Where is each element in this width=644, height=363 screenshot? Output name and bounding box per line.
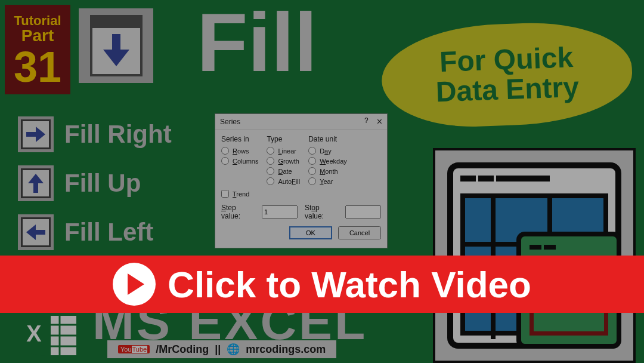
day-radio[interactable]: Day — [308, 147, 347, 155]
step-value-input[interactable] — [262, 205, 298, 219]
svg-text:X: X — [26, 321, 42, 346]
fill-up-option: Fill Up — [18, 165, 172, 201]
tutorial-badge: Tutorial Part 31 — [5, 5, 70, 94]
close-button[interactable]: × — [377, 116, 382, 127]
fill-right-label: Fill Right — [64, 120, 172, 149]
help-button[interactable]: ? — [364, 116, 369, 127]
trend-checkbox[interactable]: Trend — [221, 190, 381, 198]
fill-options-list: Fill Right Fill Up Fill Left — [18, 116, 172, 250]
type-group: Type Linear Growth Date AutoFill — [267, 135, 300, 185]
rows-radio[interactable]: Rows — [221, 147, 258, 155]
arrow-right-icon — [26, 127, 45, 142]
fill-right-option: Fill Right — [18, 116, 172, 152]
columns-radio[interactable]: Columns — [221, 157, 258, 165]
page-title: Fill — [197, 0, 317, 91]
fill-left-option: Fill Left — [18, 214, 172, 250]
year-radio[interactable]: Year — [308, 177, 347, 185]
fill-up-icon — [18, 165, 54, 201]
website: mrcodings.com — [246, 343, 326, 356]
subtitle-blob: For Quick Data Entry — [380, 20, 634, 130]
growth-radio[interactable]: Growth — [267, 157, 300, 165]
series-dialog: Series ? × Series in Rows Columns Type L… — [215, 113, 388, 248]
weekday-radio[interactable]: Weekday — [308, 157, 347, 165]
watch-video-banner[interactable]: Click to Watch Video — [0, 256, 644, 313]
youtube-icon: YouTube — [118, 345, 150, 353]
dialog-title: Series — [220, 118, 240, 126]
arrow-down-icon — [103, 34, 129, 66]
stop-value-input[interactable] — [345, 205, 381, 219]
fill-right-icon — [18, 116, 54, 152]
fill-icon — [79, 8, 153, 83]
series-in-group: Series in Rows Columns — [221, 135, 258, 185]
credits-bar: YouTube /MrCoding || 🌐 mrcodings.com — [107, 340, 336, 358]
badge-number: 31 — [14, 49, 61, 85]
linear-radio[interactable]: Linear — [267, 147, 300, 155]
fill-left-icon — [18, 214, 54, 250]
series-in-head: Series in — [221, 135, 258, 143]
step-label: Step value: — [221, 204, 255, 220]
cancel-button[interactable]: Cancel — [338, 226, 381, 239]
arrow-left-icon — [26, 224, 45, 240]
fill-left-label: Fill Left — [64, 218, 153, 247]
month-radio[interactable]: Month — [308, 167, 347, 175]
excel-icon: X — [18, 312, 83, 359]
stop-label: Stop value: — [305, 204, 338, 220]
fill-up-label: Fill Up — [64, 169, 141, 198]
type-head: Type — [267, 135, 300, 143]
ok-button[interactable]: OK — [289, 226, 332, 239]
date-unit-head: Date unit — [308, 135, 347, 143]
autofill-radio[interactable]: AutoFill — [267, 177, 300, 185]
play-icon — [113, 263, 156, 306]
blob-line2: Data Entry — [435, 72, 580, 107]
cta-text: Click to Watch Video — [168, 263, 531, 306]
separator: || — [215, 343, 221, 356]
date-unit-group: Date unit Day Weekday Month Year — [308, 135, 347, 185]
globe-icon: 🌐 — [227, 343, 240, 356]
date-radio[interactable]: Date — [267, 167, 300, 175]
youtube-channel: /MrCoding — [156, 343, 209, 356]
arrow-up-icon — [28, 174, 44, 193]
